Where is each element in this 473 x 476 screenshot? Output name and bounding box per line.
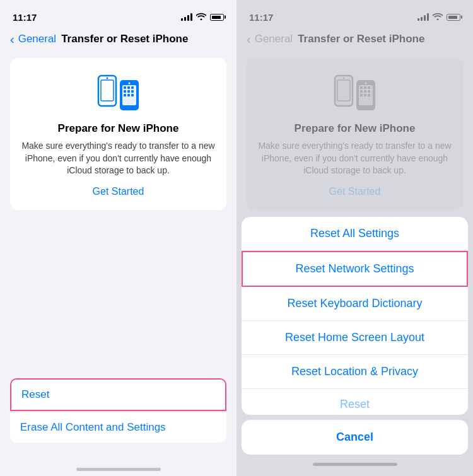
svg-rect-10: [131, 90, 134, 93]
svg-rect-5: [124, 86, 126, 89]
wifi-icon: [196, 13, 206, 22]
svg-rect-22: [368, 86, 370, 89]
svg-rect-26: [360, 94, 363, 96]
prepare-card-right: Prepare for New iPhone Make sure everyth…: [247, 58, 463, 210]
left-panel: 11:17 ‹ General Transfer or Reset iPhone: [0, 0, 237, 476]
nav-bar-right: ‹ General Transfer or Reset iPhone: [237, 28, 473, 50]
signal-icon-right: [418, 13, 429, 21]
svg-rect-6: [127, 86, 130, 89]
action-sheet: Reset All Settings Reset Network Setting…: [237, 217, 473, 476]
nav-title-right: Transfer or Reset iPhone: [298, 33, 424, 45]
battery-icon-right: [447, 14, 460, 21]
get-started-link-left[interactable]: Get Started: [93, 186, 144, 197]
card-title-left: Prepare for New iPhone: [58, 122, 179, 135]
home-indicator-left: [76, 468, 161, 471]
prepare-card-left: Prepare for New iPhone Make sure everyth…: [10, 58, 226, 210]
card-title-right: Prepare for New iPhone: [295, 122, 416, 135]
card-description-right: Make sure everything's ready to transfer…: [257, 140, 453, 177]
action-reset-homescreen[interactable]: Reset Home Screen Layout: [242, 321, 468, 355]
reset-label: Reset: [21, 388, 49, 400]
right-panel: 11:17 ‹ General Transfer or Reset iPhone: [237, 0, 473, 476]
svg-rect-7: [131, 86, 134, 89]
time-left: 11:17: [13, 12, 37, 23]
svg-point-14: [128, 82, 130, 84]
content-area-left: Prepare for New iPhone Make sure everyth…: [0, 50, 237, 222]
signal-icon: [181, 13, 192, 21]
svg-rect-9: [127, 90, 130, 93]
battery-icon: [210, 14, 224, 21]
action-reset-partial[interactable]: Reset: [242, 388, 468, 415]
content-area-right: Prepare for New iPhone Make sure everyth…: [237, 50, 473, 218]
back-button-right[interactable]: ‹ General: [247, 33, 293, 45]
action-reset-keyboard[interactable]: Reset Keyboard Dictionary: [242, 287, 468, 321]
svg-rect-24: [364, 90, 366, 93]
status-icons-left: [181, 13, 224, 22]
nav-title-left: Transfer or Reset iPhone: [61, 33, 188, 45]
erase-list-item[interactable]: Erase All Content and Settings: [10, 412, 226, 443]
svg-point-29: [365, 82, 366, 84]
svg-rect-28: [368, 94, 370, 96]
action-reset-network[interactable]: Reset Network Settings: [242, 251, 468, 287]
action-cancel-button[interactable]: Cancel: [242, 420, 468, 455]
action-reset-all[interactable]: Reset All Settings: [242, 217, 468, 251]
svg-point-17: [342, 77, 344, 79]
svg-rect-27: [364, 94, 366, 96]
back-label-right: General: [255, 33, 293, 45]
svg-rect-13: [131, 94, 134, 96]
svg-rect-25: [368, 90, 370, 93]
action-sheet-main: Reset All Settings Reset Network Setting…: [242, 217, 468, 415]
status-icons-right: [418, 13, 460, 22]
phone-icon-left: [93, 71, 144, 115]
reset-list-item[interactable]: Reset: [10, 378, 226, 411]
get-started-link-right: Get Started: [329, 186, 381, 197]
back-chevron-icon-right: ‹: [247, 33, 251, 45]
erase-label: Erase All Content and Settings: [20, 421, 166, 433]
home-indicator-right: [313, 463, 397, 466]
svg-point-2: [106, 77, 108, 79]
status-bar-left: 11:17: [0, 0, 237, 28]
phone-icon-right: [330, 71, 380, 115]
card-description-left: Make sure everything's ready to transfer…: [20, 140, 216, 177]
svg-rect-12: [127, 94, 130, 96]
svg-rect-23: [360, 90, 363, 93]
time-right: 11:17: [249, 12, 273, 23]
svg-rect-21: [364, 86, 366, 89]
bottom-section-left: Reset Erase All Content and Settings: [0, 378, 237, 468]
action-reset-location[interactable]: Reset Location & Privacy: [242, 355, 468, 388]
back-button-left[interactable]: ‹ General: [10, 33, 56, 45]
svg-rect-20: [360, 86, 363, 89]
back-chevron-icon: ‹: [10, 33, 15, 45]
wifi-icon-right: [433, 13, 443, 22]
svg-rect-11: [124, 94, 126, 96]
back-label-left: General: [18, 33, 56, 45]
nav-bar-left: ‹ General Transfer or Reset iPhone: [0, 28, 237, 50]
svg-rect-8: [124, 90, 126, 93]
status-bar-right: 11:17: [237, 0, 473, 28]
